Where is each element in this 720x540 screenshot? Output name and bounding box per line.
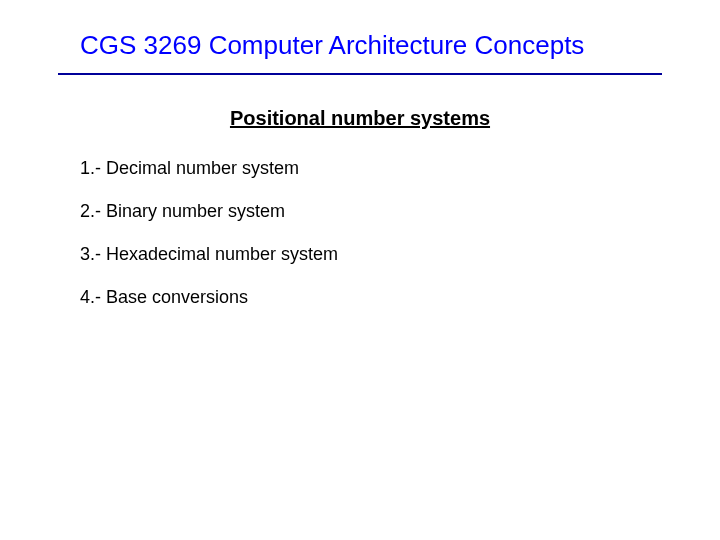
list-item: 1.- Decimal number system bbox=[80, 158, 720, 179]
slide-title: CGS 3269 Computer Architecture Concepts bbox=[0, 0, 720, 73]
slide-subtitle: Positional number systems bbox=[0, 107, 720, 130]
list-item: 2.- Binary number system bbox=[80, 201, 720, 222]
list-item: 4.- Base conversions bbox=[80, 287, 720, 308]
content-list: 1.- Decimal number system 2.- Binary num… bbox=[0, 158, 720, 308]
list-item: 3.- Hexadecimal number system bbox=[80, 244, 720, 265]
title-divider bbox=[58, 73, 662, 75]
